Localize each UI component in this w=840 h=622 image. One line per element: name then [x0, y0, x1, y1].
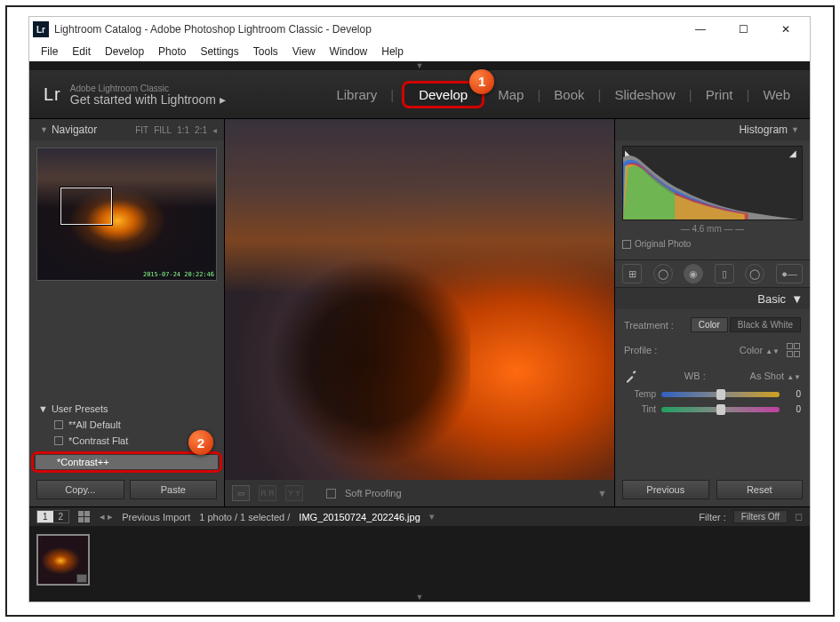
close-button[interactable]: ✕	[772, 20, 799, 38]
maximize-button[interactable]: ☐	[730, 20, 756, 38]
temp-value[interactable]: 0	[785, 389, 801, 399]
monitor-switch[interactable]: 1 2	[36, 510, 69, 523]
preset-icon	[54, 436, 63, 445]
identity-sub2[interactable]: Get started with Lightroom ▸	[70, 94, 226, 105]
menu-tools[interactable]: Tools	[247, 44, 284, 60]
radial-filter-icon[interactable]: ◯	[745, 264, 764, 283]
module-web[interactable]: Web	[757, 84, 796, 106]
minimize-button[interactable]: —	[687, 20, 714, 38]
preset-label: **All Default	[68, 419, 121, 430]
navigator-thumbnail[interactable]: 2015-07-24 20:22:46	[36, 148, 217, 281]
window-title: Lightroom Catalog - Adobe Photoshop Ligh…	[54, 23, 687, 36]
tint-value[interactable]: 0	[785, 404, 801, 414]
module-map[interactable]: Map	[492, 84, 529, 106]
module-print[interactable]: Print	[700, 84, 739, 106]
grid-view-icon[interactable]	[78, 511, 91, 523]
previous-button[interactable]: Previous	[622, 480, 709, 499]
grad-filter-icon[interactable]: ▯	[715, 264, 734, 283]
profile-value[interactable]: Color ▲▼	[740, 345, 780, 355]
monitor-1[interactable]: 1	[37, 511, 53, 522]
redeye-tool-icon[interactable]: ◉	[684, 264, 703, 283]
module-develop[interactable]: Develop	[413, 84, 473, 106]
bottom-panel-toggle[interactable]: ▼	[29, 593, 810, 602]
eyedropper-icon[interactable]	[624, 368, 640, 384]
before-after-tb-icon[interactable]: Y Y	[285, 485, 303, 501]
wb-value[interactable]: As Shot ▲▼	[750, 371, 801, 381]
filmstrip[interactable]: 1	[29, 526, 810, 593]
user-presets-header[interactable]: ▼ User Presets	[36, 401, 217, 417]
temp-label: Temp	[624, 389, 656, 399]
center-toolbar: ▭ R R Y Y Soft Proofing ▼	[225, 480, 614, 506]
loupe-view-icon[interactable]: ▭	[232, 485, 250, 501]
menu-settings[interactable]: Settings	[194, 44, 244, 60]
navigator-crop-indicator[interactable]	[60, 187, 112, 225]
slider-knob[interactable]	[716, 404, 725, 415]
nav-zoom-fit[interactable]: FIT	[135, 125, 148, 135]
before-after-lr-icon[interactable]: R R	[259, 485, 276, 501]
user-presets-label: User Presets	[52, 403, 108, 414]
path-menu-icon[interactable]: ▾	[429, 511, 435, 522]
menu-develop[interactable]: Develop	[99, 44, 150, 60]
tint-slider[interactable]	[661, 407, 780, 412]
histogram-display[interactable]: ◣ ◢	[622, 146, 803, 220]
treatment-bw[interactable]: Black & White	[730, 317, 801, 332]
filter-value[interactable]: Filters Off	[733, 510, 788, 523]
temp-slider[interactable]	[661, 392, 780, 397]
app-icon: Lr	[33, 21, 49, 37]
menu-help[interactable]: Help	[375, 44, 410, 60]
navigator-header[interactable]: ▼ Navigator FIT FILL 1:1 2:1 ◂	[29, 119, 224, 140]
logo: Lr	[44, 84, 61, 105]
profile-label: Profile :	[624, 345, 657, 355]
nav-zoom-2-1[interactable]: 2:1	[195, 125, 207, 135]
module-slideshow[interactable]: Slideshow	[609, 84, 680, 106]
toolbar-menu-icon[interactable]: ▼	[597, 488, 607, 498]
back-forward-icons[interactable]: ◂ ▸	[100, 511, 113, 522]
monitor-2[interactable]: 2	[53, 511, 69, 522]
soft-proof-checkbox[interactable]	[326, 489, 336, 498]
slider-knob[interactable]	[716, 389, 725, 400]
chevron-down-icon: ▼	[791, 292, 803, 306]
tool-strip: ⊞ ◯ ◉ ▯ ◯ ●—	[615, 259, 810, 288]
chevron-down-icon: ▼	[791, 125, 799, 134]
module-library[interactable]: Library	[331, 84, 382, 106]
image-canvas[interactable]: ▭ R R Y Y Soft Proofing ▼	[225, 119, 614, 506]
preset-all-default[interactable]: **All Default	[36, 417, 217, 433]
original-photo-label: Original Photo	[635, 239, 691, 249]
thumb-badge-icon	[76, 574, 87, 583]
reset-button[interactable]: Reset	[716, 480, 804, 499]
menu-photo[interactable]: Photo	[152, 44, 192, 60]
copy-button[interactable]: Copy...	[36, 480, 124, 499]
menu-view[interactable]: View	[286, 44, 322, 60]
top-panel-toggle[interactable]: ▼	[29, 61, 810, 70]
source-label[interactable]: Previous Import	[122, 512, 190, 522]
menu-file[interactable]: File	[35, 44, 64, 60]
spot-tool-icon[interactable]: ◯	[653, 264, 673, 283]
menu-edit[interactable]: Edit	[66, 44, 97, 60]
histogram-header[interactable]: Histogram ▼	[615, 119, 810, 140]
brush-tool-icon[interactable]: ●—	[776, 264, 803, 283]
right-panel: Histogram ▼ ◣ ◢	[614, 119, 810, 506]
profile-browser-icon[interactable]	[787, 343, 801, 357]
original-photo-toggle[interactable]: Original Photo	[622, 237, 803, 254]
photo-count: 1 photo / 1 selected /	[199, 512, 290, 522]
nav-zoom-menu-icon[interactable]: ◂	[212, 125, 217, 135]
filmstrip-thumbnail[interactable]: 1	[36, 534, 90, 586]
nav-zoom-1-1[interactable]: 1:1	[177, 125, 189, 135]
nav-zoom-fill[interactable]: FILL	[154, 125, 172, 135]
paste-button[interactable]: Paste	[130, 480, 218, 499]
basic-title: Basic	[757, 292, 786, 306]
filter-lock-icon[interactable]: ◻	[795, 511, 803, 522]
treatment-label: Treatment :	[624, 320, 674, 331]
filter-label: Filter :	[699, 512, 726, 522]
identity-module-bar: Lr Adobe Lightroom Classic Get started w…	[29, 70, 810, 119]
left-panel: ▼ Navigator FIT FILL 1:1 2:1 ◂ 2015-07-2…	[29, 119, 225, 506]
crop-tool-icon[interactable]: ⊞	[622, 264, 642, 283]
menu-window[interactable]: Window	[324, 44, 374, 60]
preset-contrast-plus-plus[interactable]: *Contrast++	[36, 455, 218, 469]
treatment-color[interactable]: Color	[691, 317, 728, 332]
titlebar: Lr Lightroom Catalog - Adobe Photoshop L…	[29, 17, 810, 42]
presets-panel: ▼ User Presets **All Default *Contrast F…	[36, 401, 217, 473]
module-develop-highlight: Develop 1	[402, 81, 484, 108]
module-book[interactable]: Book	[548, 84, 589, 106]
basic-panel-header[interactable]: Basic ▼	[615, 288, 810, 309]
